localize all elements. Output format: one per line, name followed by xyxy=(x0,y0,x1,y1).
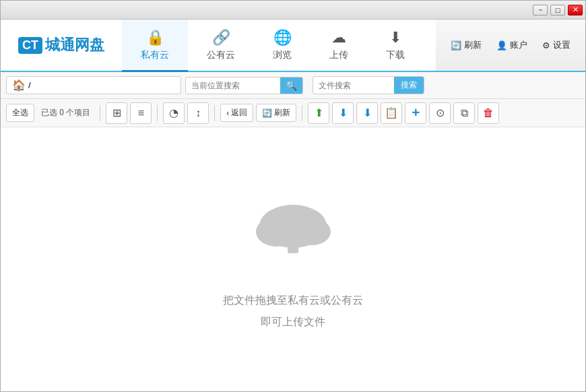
back-button[interactable]: ‹ 返回 xyxy=(220,104,253,122)
refresh-icon: 🔄 xyxy=(451,40,461,51)
copy-button[interactable]: ⧉ xyxy=(453,102,475,124)
delete-button[interactable]: 🗑 xyxy=(478,102,499,124)
divider-1 xyxy=(100,105,100,121)
nav-tabs: 🔒 私有云 🔗 公有云 🌐 浏览 ☁ 上传 ⬇ 下载 xyxy=(122,20,436,71)
refresh-files-icon: 🔄 xyxy=(262,108,272,118)
action-bar: 全选 已选 0 个项目 ⊞ ≡ ◔ ↕ ‹ 返回 🔄 刷新 ⬆ xyxy=(1,99,585,127)
rename-icon: 📋 xyxy=(385,106,398,119)
public-cloud-icon: 🔗 xyxy=(212,29,230,46)
tab-browse-label: 浏览 xyxy=(273,49,292,61)
upload-cloud-icon: ⬆ xyxy=(315,106,323,119)
tab-public-cloud[interactable]: 🔗 公有云 xyxy=(188,20,254,72)
tab-upload-label: 上传 xyxy=(329,49,348,61)
settings-icon: ⚙ xyxy=(542,40,550,51)
settings-label: 设置 xyxy=(553,39,571,51)
header-right-controls: 🔄 刷新 👤 账户 ⚙ 设置 xyxy=(436,20,585,71)
download-from-cloud-button[interactable]: ⬇ xyxy=(332,102,354,124)
back-label: 返回 xyxy=(231,107,247,119)
file-search-input[interactable] xyxy=(313,78,394,93)
delete-icon: 🗑 xyxy=(483,107,494,119)
copy-icon: ⧉ xyxy=(461,107,468,119)
file-search-box: 搜索 xyxy=(313,76,424,94)
sort-icon: ↕ xyxy=(195,107,201,119)
path-toolbar: 🏠 🔍 搜索 xyxy=(1,72,585,99)
svg-rect-3 xyxy=(288,228,298,253)
main-content: 把文件拖拽至私有云或公有云 即可上传文件 xyxy=(1,127,585,391)
download-cloud-icon: ⬇ xyxy=(339,106,348,119)
upload-icon: ☁ xyxy=(331,29,346,46)
upload-illustration xyxy=(239,186,347,276)
tab-download[interactable]: ⬇ 下载 xyxy=(367,20,424,72)
tab-public-cloud-label: 公有云 xyxy=(207,49,235,61)
filter-icon: ◔ xyxy=(169,106,178,119)
share-icon: ⊙ xyxy=(436,106,445,119)
refresh-label: 刷新 xyxy=(464,39,482,51)
divider-2 xyxy=(157,105,158,121)
refresh-files-label: 刷新 xyxy=(274,107,290,119)
cloud-upload-svg xyxy=(239,186,347,273)
refresh-files-button[interactable]: 🔄 刷新 xyxy=(256,104,296,122)
tab-private-cloud-label: 私有云 xyxy=(141,49,169,61)
close-button[interactable]: ✕ xyxy=(568,5,583,15)
maximize-button[interactable]: □ xyxy=(550,5,565,15)
tab-upload[interactable]: ☁ 上传 xyxy=(311,20,367,72)
empty-state-message: 把文件拖拽至私有云或公有云 即可上传文件 xyxy=(223,290,363,333)
share-button[interactable]: ⊙ xyxy=(429,102,451,124)
empty-state-line1: 把文件拖拽至私有云或公有云 xyxy=(223,290,363,311)
account-button[interactable]: 👤 账户 xyxy=(492,36,531,54)
main-header: CT 城通网盘 🔒 私有云 🔗 公有云 🌐 浏览 ☁ 上传 ⬇ xyxy=(1,20,585,72)
filter-button[interactable]: ◔ xyxy=(163,102,185,124)
refresh-button[interactable]: 🔄 刷新 xyxy=(447,36,486,54)
download-button[interactable]: ⬇ xyxy=(356,102,378,124)
location-search-button[interactable]: 🔍 xyxy=(280,77,302,94)
private-cloud-icon: 🔒 xyxy=(146,29,164,46)
grid-view-button[interactable]: ⊞ xyxy=(106,102,127,124)
location-search-box: 🔍 xyxy=(185,77,303,94)
selected-count: 已选 0 个项目 xyxy=(37,107,94,119)
sort-button[interactable]: ↕ xyxy=(187,102,209,124)
logo-text: 城通网盘 xyxy=(45,35,104,55)
location-search-area: 🔍 xyxy=(185,77,303,94)
home-icon[interactable]: 🏠 xyxy=(12,79,26,92)
tab-private-cloud[interactable]: 🔒 私有云 xyxy=(122,20,188,72)
settings-button[interactable]: ⚙ 设置 xyxy=(538,36,575,54)
rename-button[interactable]: 📋 xyxy=(381,102,402,124)
download-arrow-icon: ⬇ xyxy=(363,106,372,119)
window-titlebar: － □ ✕ xyxy=(1,1,585,20)
download-icon: ⬇ xyxy=(389,29,401,46)
tab-browse[interactable]: 🌐 浏览 xyxy=(254,20,311,72)
add-icon: + xyxy=(412,105,420,121)
account-icon: 👤 xyxy=(496,40,507,51)
upload-to-cloud-button[interactable]: ⬆ xyxy=(308,102,329,124)
divider-3 xyxy=(214,105,215,121)
location-search-input[interactable] xyxy=(186,78,280,93)
logo-area: CT 城通网盘 xyxy=(1,20,122,71)
account-label: 账户 xyxy=(510,39,527,51)
list-icon: ≡ xyxy=(138,107,144,119)
divider-4 xyxy=(302,105,302,121)
browse-icon: 🌐 xyxy=(273,29,292,46)
path-input[interactable] xyxy=(28,80,175,90)
grid-icon: ⊞ xyxy=(112,106,121,119)
list-view-button[interactable]: ≡ xyxy=(130,102,152,124)
tab-download-label: 下载 xyxy=(386,49,405,61)
empty-state-line2: 即可上传文件 xyxy=(223,311,363,333)
back-icon: ‹ xyxy=(226,108,229,118)
app-window: － □ ✕ CT 城通网盘 🔒 私有云 🔗 公有云 🌐 浏览 ☁ xyxy=(0,0,586,392)
logo-ct: CT xyxy=(18,37,42,54)
path-box: 🏠 xyxy=(6,76,181,94)
select-all-button[interactable]: 全选 xyxy=(6,104,34,122)
minimize-button[interactable]: － xyxy=(533,5,548,15)
add-button[interactable]: + xyxy=(405,102,426,124)
file-search-button[interactable]: 搜索 xyxy=(394,77,424,94)
